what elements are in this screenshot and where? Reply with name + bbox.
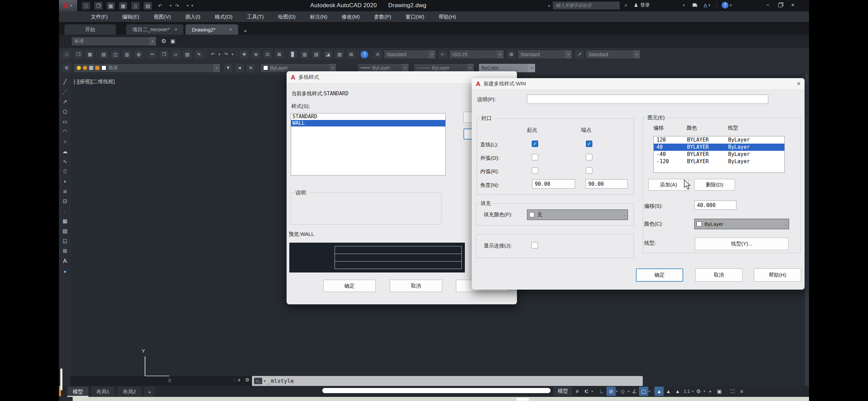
clean-screen-icon[interactable]: ⛶	[728, 387, 737, 396]
polar-caret-icon[interactable]: ▾	[616, 389, 618, 393]
ok-button[interactable]: 确定	[636, 268, 683, 282]
insert-block-icon[interactable]: ⧈	[63, 189, 67, 194]
circle-icon[interactable]: ○	[63, 139, 67, 144]
snap-marker3-icon[interactable]: ▲	[673, 387, 682, 396]
block-editor-icon[interactable]: ✎	[195, 50, 203, 59]
design-center-icon[interactable]: ▥	[300, 50, 309, 59]
print-icon[interactable]: ▤	[99, 50, 108, 59]
ellipse-icon[interactable]: ⬯	[63, 169, 67, 174]
customize-menu-icon[interactable]: ≡	[737, 387, 746, 396]
tab-layout2[interactable]: 布局2	[117, 387, 141, 397]
mleader-style-combo[interactable]: Standard▾	[586, 50, 640, 59]
settings-gear-icon[interactable]: ⚙	[694, 387, 703, 396]
menu-window[interactable]: 窗口(W)	[398, 11, 431, 22]
isolate-objects-icon[interactable]: ▣	[715, 387, 724, 396]
menu-file[interactable]: 文件(F)	[84, 11, 115, 22]
polyline-icon[interactable]: ↗	[63, 99, 67, 104]
ellipse-arc-icon[interactable]: ◗	[63, 179, 67, 184]
polar-tracking-icon[interactable]: ⊘	[606, 387, 616, 396]
redo-button[interactable]: ↷	[173, 2, 181, 10]
undo-caret-icon[interactable]: ▾	[170, 3, 172, 8]
plot-icon[interactable]: ▤	[144, 2, 152, 10]
delete-button[interactable]: 删除(D)	[694, 179, 735, 191]
element-row[interactable]: 120BYLAYERByLayer	[654, 136, 784, 144]
polygon-icon[interactable]: ⬠	[63, 109, 67, 114]
app-store-cart-icon[interactable]: ⛟	[692, 2, 697, 8]
open-from-mobile-icon[interactable]: ▯	[131, 2, 140, 10]
new-layout-button[interactable]: +	[144, 387, 155, 397]
model-space-button[interactable]: 模型	[553, 387, 572, 396]
line-start-checkbox[interactable]	[532, 141, 538, 147]
app-menu-button[interactable]: A ▾	[59, 0, 77, 11]
redo-caret-icon[interactable]: ▾	[187, 3, 189, 8]
zoom-previous-icon[interactable]: ⊠	[275, 50, 284, 59]
gradient-icon[interactable]: ▨	[62, 228, 67, 233]
description-input[interactable]	[527, 95, 768, 104]
new-file-icon[interactable]: □	[82, 2, 90, 10]
properties-palette-icon[interactable]: ▊	[289, 50, 297, 59]
element-row[interactable]: -120BYLAYERByLayer	[654, 158, 784, 165]
isodraft-caret-icon[interactable]: ▾	[628, 389, 629, 393]
ok-button[interactable]: 确定	[323, 280, 376, 292]
search-input[interactable]: 键入关键字或短语	[553, 1, 620, 10]
inner-arc-start-checkbox[interactable]	[532, 167, 538, 174]
gear-caret-icon[interactable]: ▾	[703, 389, 705, 393]
preview-icon[interactable]: ◫	[111, 50, 120, 59]
element-row[interactable]: -40BYLAYERByLayer	[654, 151, 784, 158]
viewport-controls[interactable]: [-][俯视][二维线框]	[74, 78, 115, 85]
undo-button[interactable]: ↶	[156, 2, 164, 10]
cancel-button[interactable]: 取消	[695, 268, 743, 282]
element-row[interactable]: 40BYLAYERByLayer	[654, 144, 784, 151]
layer-previous-icon[interactable]: ◄	[235, 64, 244, 72]
combo-chevron-icon[interactable]: ⌄	[623, 212, 626, 217]
open-file-icon[interactable]: ❒	[94, 2, 103, 10]
extra-tool-icon[interactable]: ●	[63, 269, 67, 274]
arc-icon[interactable]: ◠	[63, 129, 67, 134]
linetype-button[interactable]: 线型(Y)...	[695, 238, 788, 250]
zoom-realtime-icon[interactable]: ⊕	[252, 50, 260, 59]
table-icon[interactable]: ⊞	[63, 248, 67, 253]
sheet-set-icon[interactable]: ◪	[324, 50, 332, 59]
command-close-icon[interactable]: ×	[238, 377, 241, 383]
undo-icon[interactable]: ↶	[208, 50, 217, 59]
snap-caret-icon[interactable]: ▾	[591, 389, 593, 393]
snap-marker-icon[interactable]: ▲	[654, 387, 664, 396]
redo-caret-icon[interactable]: ▾	[232, 52, 234, 57]
spline-icon[interactable]: ∿	[63, 159, 67, 164]
new-tab-button[interactable]: +	[244, 28, 247, 35]
revcloud-icon[interactable]: ☁	[62, 149, 68, 154]
tab-project2-recover[interactable]: 项目二_recover*×	[126, 24, 183, 35]
command-customize-wrench-icon[interactable]: ⚙	[245, 377, 250, 382]
calculator-icon[interactable]: ⊞	[347, 50, 355, 59]
dim-style-combo[interactable]: ISO-25▾	[449, 50, 504, 59]
region-icon[interactable]: ◱	[62, 238, 67, 243]
search-expand-caret-icon[interactable]: ▸	[548, 3, 551, 8]
login-label[interactable]: 登录	[640, 2, 650, 8]
start-angle-input[interactable]: 90.00	[532, 179, 575, 189]
menu-format[interactable]: 格式(O)	[207, 11, 240, 22]
qat-customize-caret-icon[interactable]: ▾	[191, 3, 193, 8]
tab-layout1[interactable]: 布局1	[91, 387, 115, 397]
open-icon[interactable]: ❒	[74, 50, 83, 59]
save-icon[interactable]: ▦	[86, 50, 94, 59]
snap-marker2-icon[interactable]: ▲	[664, 387, 673, 396]
new-mlstyle-dialog-titlebar[interactable]: A 新建多线样式:WIN ×	[472, 78, 805, 90]
layer-combo[interactable]: 墙体 ▾	[74, 63, 220, 73]
offset-input[interactable]: 40.000	[694, 200, 736, 210]
line-end-checkbox[interactable]	[586, 141, 592, 147]
close-icon[interactable]: ×	[797, 80, 800, 87]
angle-snap-icon[interactable]: ∠	[630, 387, 639, 396]
publish-icon[interactable]: ◍	[134, 50, 143, 59]
autodesk-app-icon[interactable]: Δ	[703, 2, 707, 8]
cut-icon[interactable]: ✂	[148, 50, 157, 59]
minimize-button[interactable]: −	[766, 2, 769, 8]
scale-caret-icon[interactable]: ▾	[692, 389, 694, 393]
inner-arc-end-checkbox[interactable]	[586, 167, 592, 174]
help-caret-icon[interactable]: ▾	[730, 3, 732, 8]
combo-arrow-icon[interactable]: ▾	[149, 37, 156, 46]
fill-color-combo[interactable]: 无 ⌄	[527, 209, 628, 220]
redo-icon[interactable]: ↷	[222, 50, 230, 59]
ortho-icon[interactable]: ∟	[597, 387, 606, 396]
combo-arrow-icon[interactable]: ▾	[213, 64, 220, 72]
styles-listbox[interactable]: STANDARD WALL	[291, 113, 446, 175]
